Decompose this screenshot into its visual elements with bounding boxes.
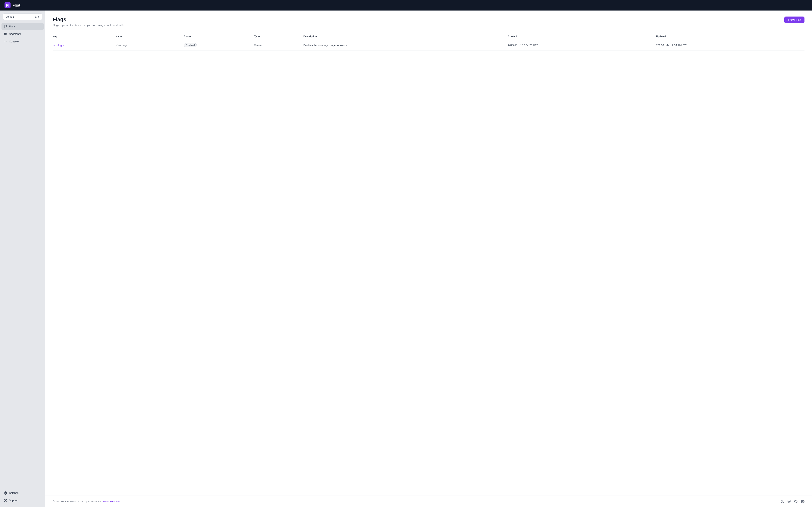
namespace-selector[interactable]: Default ▲▼ [3, 13, 42, 20]
footer: © 2023 Flipt Software Inc. All rights re… [45, 496, 812, 507]
page-subtitle: Flags represent features that you can ea… [53, 24, 124, 27]
page-header: Flags Flags represent features that you … [53, 16, 805, 27]
x-icon[interactable] [780, 500, 784, 503]
main-content: Flags Flags represent features that you … [45, 10, 812, 507]
discord-icon[interactable] [801, 500, 805, 503]
sidebar: Default ▲▼ Flags Segment [0, 10, 45, 507]
main-layout: Default ▲▼ Flags Segment [0, 10, 812, 507]
flag-key-link[interactable]: new-login [53, 44, 64, 47]
col-type: Type [254, 33, 303, 40]
navbar: Flipt [0, 0, 812, 10]
status-badge: Disabled [184, 43, 197, 47]
table-body: new-login New Login Disabled Variant Ena… [53, 40, 805, 51]
svg-point-2 [4, 33, 6, 34]
col-created: Created [508, 33, 656, 40]
content-inner: Flags Flags represent features that you … [45, 10, 812, 496]
sidebar-item-settings[interactable]: Settings [1, 489, 44, 497]
github-icon[interactable] [794, 500, 798, 503]
sidebar-settings-label: Settings [9, 492, 18, 494]
users-icon [4, 32, 7, 36]
gear-icon [4, 491, 7, 495]
new-flag-button[interactable]: + New Flag [784, 16, 805, 23]
flag-icon [4, 25, 7, 28]
question-icon [4, 499, 7, 502]
row-status: Disabled [184, 40, 254, 51]
page-title: Flags [53, 16, 124, 22]
sidebar-item-segments[interactable]: Segments [1, 31, 44, 38]
row-name: New Login [116, 40, 184, 51]
sidebar-bottom: Settings Support [0, 489, 45, 504]
sidebar-item-console[interactable]: Console [1, 38, 44, 45]
nav-items: Flags Segments Console [0, 23, 45, 489]
row-updated: 2023-11-14 17:04:20 UTC [656, 40, 805, 51]
flags-table: Key Name Status Type Description Created… [53, 33, 805, 51]
table-header-row: Key Name Status Type Description Created… [53, 33, 805, 40]
sidebar-item-support[interactable]: Support [1, 497, 44, 504]
row-key: new-login [53, 40, 116, 51]
footer-left: © 2023 Flipt Software Inc. All rights re… [53, 500, 121, 503]
brand-link[interactable]: Flipt [4, 2, 20, 8]
col-description: Description [303, 33, 508, 40]
brand-name-text: Flipt [12, 3, 20, 7]
sidebar-support-label: Support [9, 499, 18, 502]
col-key: Key [53, 33, 116, 40]
namespace-label: Default [5, 15, 14, 18]
col-status: Status [184, 33, 254, 40]
sidebar-segments-label: Segments [9, 33, 21, 36]
sidebar-item-flags[interactable]: Flags [1, 23, 44, 30]
col-updated: Updated [656, 33, 805, 40]
col-name: Name [116, 33, 184, 40]
copyright-text: © 2023 Flipt Software Inc. All rights re… [53, 500, 101, 503]
chevron-icon: ▲▼ [35, 15, 40, 18]
sidebar-flags-label: Flags [9, 25, 15, 28]
code-icon [4, 40, 7, 43]
svg-point-3 [5, 493, 6, 494]
table-header: Key Name Status Type Description Created… [53, 33, 805, 40]
share-feedback-link[interactable]: Share Feedback [103, 500, 120, 503]
row-description: Enables the new login page for users [303, 40, 508, 51]
sidebar-console-label: Console [9, 40, 18, 43]
row-created: 2023-11-14 17:04:20 UTC [508, 40, 656, 51]
table-row: new-login New Login Disabled Variant Ena… [53, 40, 805, 51]
flipt-logo-icon [4, 2, 10, 8]
footer-right [780, 500, 805, 503]
row-type: Variant [254, 40, 303, 51]
page-title-block: Flags Flags represent features that you … [53, 16, 124, 27]
mastodon-icon[interactable] [787, 500, 791, 503]
